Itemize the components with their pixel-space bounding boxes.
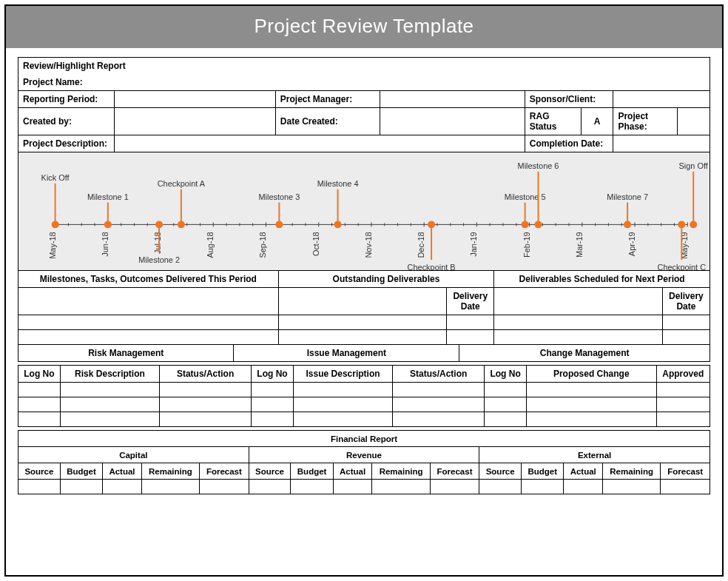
deliv-col3-header: Deliverables Scheduled for Next Period: [494, 271, 710, 288]
deliv-row[interactable]: [18, 315, 279, 330]
created-by-value[interactable]: [115, 108, 275, 135]
deliv-row[interactable]: [278, 330, 447, 345]
project-phase-value[interactable]: [678, 108, 710, 135]
timeline-event-dot: [535, 221, 542, 228]
mgmt-cell[interactable]: [485, 397, 527, 412]
timeline-month-label: Jun-18: [101, 232, 109, 256]
date-created-value[interactable]: [380, 108, 525, 135]
deliv-row[interactable]: [494, 330, 663, 345]
mgmt-cell[interactable]: [293, 397, 392, 412]
deliv-c2-blank[interactable]: [278, 288, 447, 315]
fin-cell[interactable]: [200, 480, 249, 494]
deliv-row[interactable]: [447, 330, 494, 345]
sponsor-client-value[interactable]: [613, 91, 710, 108]
timeline-month-label: Mar-19: [575, 232, 584, 258]
fin-h: Actual: [333, 463, 372, 480]
reporting-period-label: Reporting Period:: [18, 91, 115, 108]
risk-status-header: Status/Action: [160, 366, 252, 383]
deliv-c2-date-header: Delivery Date: [447, 288, 494, 315]
mgmt-cell[interactable]: [160, 412, 252, 427]
deliv-c1-blank[interactable]: [18, 288, 279, 315]
mgmt-cell[interactable]: [485, 383, 527, 397]
mgmt-cell[interactable]: [160, 397, 252, 412]
deliv-row[interactable]: [662, 315, 710, 330]
deliv-c3-blank[interactable]: [494, 288, 663, 315]
mgmt-cell[interactable]: [252, 412, 294, 427]
timeline-event-dot: [155, 221, 163, 228]
risk-logno-header: Log No: [18, 366, 61, 383]
completion-date-value[interactable]: [613, 135, 710, 152]
mgmt-cell[interactable]: [526, 383, 656, 397]
timeline-month-label: Aug-18: [206, 232, 215, 258]
mgmt-cell[interactable]: [60, 397, 159, 412]
fin-capital-header: Capital: [18, 447, 249, 463]
mgmt-cell[interactable]: [18, 412, 61, 427]
mgmt-cell[interactable]: [393, 383, 485, 397]
change-logno-header: Log No: [485, 366, 527, 383]
timeline-event-label: Checkpoint A: [158, 179, 206, 188]
fin-cell[interactable]: [522, 480, 564, 494]
deliv-row[interactable]: [278, 315, 447, 330]
mgmt-cell[interactable]: [252, 383, 294, 397]
change-mgmt-header: Change Management: [459, 345, 710, 362]
deliv-row[interactable]: [18, 330, 279, 345]
fin-h: Forecast: [661, 463, 710, 480]
issue-status-header: Status/Action: [393, 366, 485, 383]
deliv-row[interactable]: [494, 315, 663, 330]
fin-cell[interactable]: [291, 480, 333, 494]
timeline-event-label: Milestone 4: [317, 179, 359, 188]
deliv-col1-header: Milestones, Tasks, Outcomes Delivered Th…: [18, 271, 279, 288]
fin-h: Budget: [60, 463, 102, 480]
mgmt-cell[interactable]: [252, 397, 294, 412]
timeline-event-dot: [624, 221, 631, 228]
reporting-period-value[interactable]: [115, 91, 275, 108]
project-manager-value[interactable]: [380, 91, 525, 108]
mgmt-cell[interactable]: [293, 412, 392, 427]
fin-cell[interactable]: [249, 480, 291, 494]
project-description-label: Project Description:: [18, 135, 115, 152]
mgmt-cell[interactable]: [393, 412, 485, 427]
mgmt-cell[interactable]: [526, 412, 656, 427]
project-phase-label: Project Phase:: [613, 108, 678, 135]
fin-cell[interactable]: [103, 480, 142, 494]
change-desc-header: Proposed Change: [526, 366, 656, 383]
fin-cell[interactable]: [141, 480, 199, 494]
fin-cell[interactable]: [661, 480, 710, 494]
risk-mgmt-header: Risk Management: [18, 345, 234, 362]
issue-logno-header: Log No: [252, 366, 294, 383]
fin-cell[interactable]: [60, 480, 102, 494]
fin-cell[interactable]: [430, 480, 479, 494]
project-description-value[interactable]: [115, 135, 525, 152]
mgmt-cell[interactable]: [160, 383, 252, 397]
mgmt-cell[interactable]: [60, 383, 159, 397]
mgmt-cell[interactable]: [656, 383, 710, 397]
mgmt-cell[interactable]: [18, 383, 61, 397]
mgmt-cell[interactable]: [393, 397, 485, 412]
mgmt-cell[interactable]: [656, 397, 710, 412]
content-area: Review/Highlight Report Project Name: Re…: [6, 48, 722, 500]
mgmt-cell[interactable]: [656, 412, 710, 427]
mgmt-cell[interactable]: [18, 397, 61, 412]
fin-h: Source: [249, 463, 291, 480]
risk-desc-header: Risk Description: [60, 366, 159, 383]
change-approved-header: Approved: [656, 366, 710, 383]
mgmt-cell[interactable]: [60, 412, 159, 427]
mgmt-cell[interactable]: [485, 412, 527, 427]
mgmt-cell[interactable]: [293, 383, 392, 397]
timeline-svg: May-18Jun-18Jul-18Aug-18Sep-18Oct-18Nov-…: [18, 152, 710, 270]
deliv-row[interactable]: [662, 330, 710, 345]
rag-status-value[interactable]: A: [581, 108, 613, 135]
timeline-event-dot: [334, 221, 342, 228]
mgmt-cell[interactable]: [526, 397, 656, 412]
fin-cell[interactable]: [479, 480, 522, 494]
deliverables-table: Milestones, Tasks, Outcomes Delivered Th…: [18, 270, 710, 345]
fin-cell[interactable]: [18, 480, 61, 494]
timeline-event-dot: [428, 221, 435, 228]
fin-cell[interactable]: [372, 480, 430, 494]
issue-desc-header: Issue Description: [293, 366, 392, 383]
fin-cell[interactable]: [333, 480, 372, 494]
deliv-row[interactable]: [447, 315, 494, 330]
fin-cell[interactable]: [564, 480, 603, 494]
fin-cell[interactable]: [603, 480, 661, 494]
completion-date-label: Completion Date:: [525, 135, 613, 152]
